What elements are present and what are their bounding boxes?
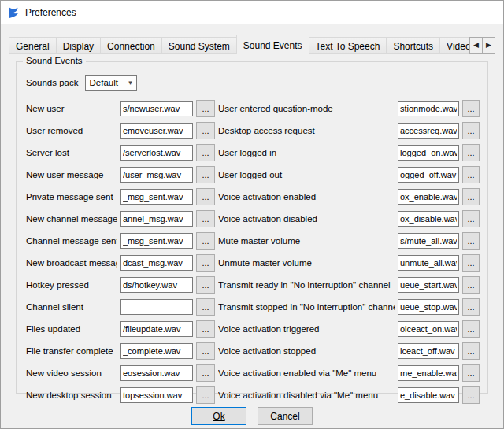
tab-connection[interactable]: Connection [100, 37, 162, 54]
sound-event-label: Voice activation enabled via "Me" menu [218, 368, 395, 378]
sound-event-label: User removed [26, 126, 117, 135]
sounds-pack-combobox[interactable]: Default ▾ [85, 75, 137, 91]
cancel-button[interactable]: Cancel [258, 407, 313, 425]
sound-file-input[interactable] [120, 387, 193, 403]
sound-event-label: User entered question-mode [218, 104, 395, 113]
browse-button[interactable]: ... [462, 320, 480, 338]
tab-display[interactable]: Display [56, 37, 101, 54]
browse-button[interactable]: ... [462, 188, 480, 205]
sound-event-label: New channel message [26, 214, 117, 224]
sound-event-label: Files updated [26, 324, 117, 334]
sounds-pack-label: Sounds pack [26, 78, 79, 87]
browse-button[interactable]: ... [196, 364, 215, 382]
tab-text-to-speech[interactable]: Text To Speech [309, 37, 387, 54]
sound-event-label: User logged in [218, 148, 395, 157]
sound-file-input[interactable] [120, 101, 193, 116]
sound-event-label: Unmute master volume [218, 258, 395, 268]
sound-file-input[interactable] [398, 123, 459, 139]
sound-event-label: Transmit ready in "No interruption" chan… [218, 280, 395, 290]
browse-button[interactable]: ... [196, 166, 215, 183]
tab-sound-system[interactable]: Sound System [161, 37, 237, 54]
sound-file-input[interactable] [120, 233, 193, 249]
sound-file-input[interactable] [398, 189, 459, 205]
groupbox-title: Sound Events [23, 56, 86, 65]
sound-event-label: Mute master volume [218, 236, 395, 246]
browse-button[interactable]: ... [462, 210, 480, 227]
sound-event-label: Transmit stopped in "No interruption" ch… [218, 302, 395, 312]
browse-button[interactable]: ... [196, 276, 215, 294]
tab-scroll-buttons: ◀ ▶ [469, 37, 495, 54]
browse-button[interactable]: ... [462, 100, 480, 117]
chevron-down-icon: ▾ [125, 79, 136, 87]
sound-file-input[interactable] [398, 145, 459, 161]
sound-file-input[interactable] [398, 365, 459, 381]
sound-file-input[interactable] [398, 167, 459, 183]
browse-button[interactable]: ... [462, 276, 480, 294]
sound-file-input[interactable] [120, 365, 193, 381]
sound-event-label: Desktop access request [218, 126, 395, 135]
sound-event-label: New broadcast message [26, 258, 117, 268]
sound-events-grid: New user ... User entered question-mode … [26, 100, 480, 404]
browse-button[interactable]: ... [196, 100, 215, 117]
browse-button[interactable]: ... [196, 210, 215, 227]
browse-button[interactable]: ... [196, 254, 215, 272]
browse-button[interactable]: ... [462, 364, 480, 382]
sound-file-input[interactable] [120, 211, 193, 227]
sound-file-input[interactable] [398, 233, 459, 249]
ok-button[interactable]: Ok [191, 407, 246, 425]
tab-scroll-left-button[interactable]: ◀ [469, 37, 483, 54]
sound-file-input[interactable] [398, 321, 459, 337]
browse-button[interactable]: ... [462, 386, 480, 404]
browse-button[interactable]: ... [196, 144, 215, 161]
sound-file-input[interactable] [398, 101, 459, 116]
browse-button[interactable]: ... [196, 298, 215, 316]
browse-button[interactable]: ... [196, 320, 215, 338]
tab-shortcuts[interactable]: Shortcuts [386, 37, 440, 54]
browse-button[interactable]: ... [462, 254, 480, 272]
sound-file-input[interactable] [398, 255, 459, 271]
browse-button[interactable]: ... [196, 232, 215, 250]
sound-event-label: Voice activation stopped [218, 346, 395, 356]
tab-scroll-right-button[interactable]: ▶ [482, 37, 495, 54]
sound-event-label: Channel silent [26, 302, 117, 312]
browse-button[interactable]: ... [196, 386, 215, 404]
browse-button[interactable]: ... [462, 166, 480, 183]
sound-event-label: User logged out [218, 170, 395, 179]
sound-file-input[interactable] [398, 211, 459, 227]
sound-file-input[interactable] [120, 321, 193, 337]
sound-file-input[interactable] [120, 299, 193, 315]
sound-file-input[interactable] [120, 255, 193, 271]
browse-button[interactable]: ... [462, 122, 480, 139]
browse-button[interactable]: ... [196, 188, 215, 205]
browse-button[interactable]: ... [462, 342, 480, 360]
browse-button[interactable]: ... [462, 232, 480, 250]
sound-event-label: New user [26, 104, 117, 113]
sound-file-input[interactable] [398, 387, 459, 403]
browse-button[interactable]: ... [462, 144, 480, 161]
browse-button[interactable]: ... [196, 122, 215, 139]
sound-event-label: New video session [26, 368, 117, 378]
sound-event-label: New desktop session [26, 390, 117, 400]
arrow-left-icon: ◀ [473, 41, 479, 49]
sound-event-label: Voice activation enabled [218, 192, 395, 202]
sound-file-input[interactable] [120, 123, 193, 139]
app-icon [7, 6, 20, 19]
tab-page-sound-events: Sound Events Sounds pack Default ▾ New u… [9, 53, 495, 401]
sounds-pack-row: Sounds pack Default ▾ [26, 75, 487, 91]
sound-file-input[interactable] [120, 167, 193, 183]
sound-file-input[interactable] [120, 189, 193, 205]
tab-general[interactable]: General [9, 37, 57, 54]
tab-sound-events[interactable]: Sound Events [236, 35, 309, 54]
browse-button[interactable]: ... [196, 342, 215, 360]
sound-event-label: Voice activation disabled [218, 214, 395, 224]
sound-file-input[interactable] [398, 343, 459, 359]
sound-event-label: Hotkey pressed [26, 280, 117, 290]
sound-file-input[interactable] [398, 299, 459, 315]
sound-file-input[interactable] [398, 277, 459, 293]
browse-button[interactable]: ... [462, 298, 480, 316]
sound-event-label: Voice activation disabled via "Me" menu [218, 390, 395, 400]
sound-file-input[interactable] [120, 145, 193, 161]
sound-file-input[interactable] [120, 343, 193, 359]
dialog-buttons: Ok Cancel [1, 407, 503, 425]
sound-file-input[interactable] [120, 277, 193, 293]
